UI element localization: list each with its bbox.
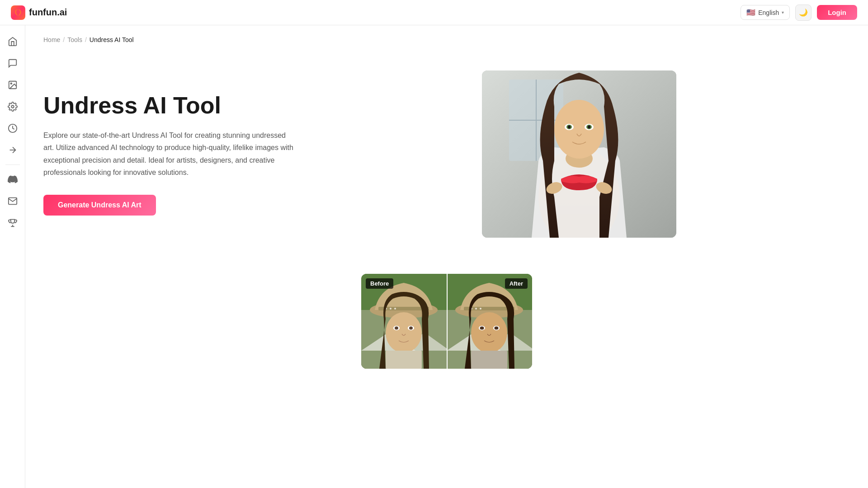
breadcrumb-current: Undress AI Tool xyxy=(90,36,134,43)
svg-rect-49 xyxy=(471,351,507,369)
flag-icon: 🇺🇸 xyxy=(746,8,755,17)
sidebar-item-discord[interactable] xyxy=(4,170,22,188)
sidebar-item-trophy[interactable] xyxy=(4,214,22,232)
svg-point-13 xyxy=(554,100,604,159)
svg-point-2 xyxy=(11,105,14,108)
main-content: Home / Tools / Undress AI Tool Undress A… xyxy=(25,25,868,488)
topbar-right: 🇺🇸 English ▾ 🌙 Login xyxy=(741,5,857,21)
sidebar-item-images[interactable] xyxy=(4,76,22,94)
after-panel: After xyxy=(447,274,532,369)
hero-text: Undress AI Tool Explore our state-of-the… xyxy=(43,93,297,216)
after-label: After xyxy=(505,278,528,289)
svg-point-16 xyxy=(568,126,571,129)
sidebar-divider xyxy=(5,164,20,165)
logo-text: funfun.ai xyxy=(29,7,67,18)
generate-button[interactable]: Generate Undress AI Art xyxy=(43,195,156,216)
before-label: Before xyxy=(366,278,393,289)
sidebar-item-chat[interactable] xyxy=(4,54,22,72)
sidebar-item-email[interactable] xyxy=(4,192,22,210)
svg-point-1 xyxy=(10,83,12,84)
sidebar-item-activity[interactable] xyxy=(4,119,22,137)
before-after-container: Before xyxy=(361,274,532,369)
sidebar-item-settings[interactable] xyxy=(4,98,22,116)
svg-point-44 xyxy=(471,312,507,353)
sidebar xyxy=(0,25,25,488)
login-button[interactable]: Login xyxy=(817,5,857,20)
logo[interactable]: funfun.ai xyxy=(11,5,67,20)
svg-point-19 xyxy=(588,126,590,129)
svg-rect-35 xyxy=(386,351,422,369)
svg-point-34 xyxy=(409,327,413,330)
sidebar-item-home[interactable] xyxy=(4,33,22,51)
theme-toggle-button[interactable]: 🌙 xyxy=(795,5,811,21)
svg-point-29 xyxy=(394,308,396,310)
language-selector[interactable]: 🇺🇸 English ▾ xyxy=(741,5,790,20)
svg-point-32 xyxy=(395,327,398,330)
breadcrumb-sep-2: / xyxy=(85,36,87,43)
before-after-section: Before xyxy=(43,274,850,369)
hero-title: Undress AI Tool xyxy=(43,93,297,118)
svg-point-46 xyxy=(480,327,484,330)
svg-point-28 xyxy=(390,308,392,310)
svg-point-43 xyxy=(480,308,481,310)
svg-point-48 xyxy=(495,327,499,330)
before-panel: Before xyxy=(361,274,447,369)
logo-icon xyxy=(11,5,25,20)
svg-point-42 xyxy=(475,308,477,310)
ba-divider xyxy=(447,274,448,369)
moon-icon: 🌙 xyxy=(799,8,808,17)
hero-section: Undress AI Tool Explore our state-of-the… xyxy=(43,70,676,238)
breadcrumb: Home / Tools / Undress AI Tool xyxy=(43,36,850,43)
hero-description: Explore our state-of-the-art Undress AI … xyxy=(43,129,297,178)
sidebar-item-magic[interactable] xyxy=(4,141,22,159)
hero-image xyxy=(482,70,676,238)
breadcrumb-tools[interactable]: Tools xyxy=(67,36,82,43)
lang-label: English xyxy=(758,9,779,16)
topbar: funfun.ai 🇺🇸 English ▾ 🌙 Login xyxy=(0,0,868,25)
breadcrumb-sep-1: / xyxy=(63,36,65,43)
breadcrumb-home[interactable]: Home xyxy=(43,36,60,43)
chevron-down-icon: ▾ xyxy=(782,10,784,15)
svg-point-30 xyxy=(386,312,422,353)
